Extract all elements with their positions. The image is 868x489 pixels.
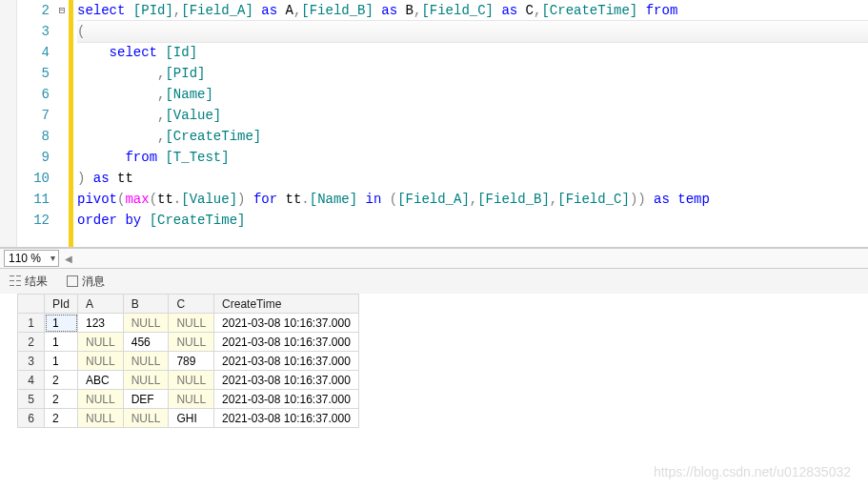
cell[interactable]: NULL [123,314,169,333]
line-number: 8 [17,126,50,147]
code-area[interactable]: select [PId],[Field_A] as A,[Field_B] as… [73,0,868,247]
row-number-cell[interactable]: 5 [18,390,45,409]
cell[interactable]: 123 [78,314,124,333]
result-tabs: 结果 消息 [0,269,868,294]
code-line[interactable]: pivot(max(tt.[Value]) for tt.[Name] in (… [77,189,868,210]
code-line[interactable]: ,[Name] [77,84,868,105]
code-line[interactable]: ( [77,20,868,43]
cell[interactable]: NULL [123,409,169,428]
row-number-header[interactable] [18,295,45,314]
cell[interactable]: DEF [123,390,169,409]
line-number: 4 [17,42,50,63]
cell[interactable]: NULL [78,409,124,428]
zoom-level-select[interactable]: 110 % [4,250,59,267]
cell[interactable]: 2021-03-08 10:16:37.000 [214,314,359,333]
code-line[interactable]: select [PId],[Field_A] as A,[Field_B] as… [77,0,868,21]
cell[interactable]: ABC [78,371,124,390]
row-number-cell[interactable]: 4 [18,371,45,390]
grid-icon [10,275,21,287]
cell[interactable]: 1 [45,333,78,352]
line-number: 2 [17,0,50,21]
sql-editor[interactable]: 23456789101112 ⊟ select [PId],[Field_A] … [0,0,868,248]
code-line[interactable]: ,[CreateTime] [77,126,868,147]
line-number: 3 [17,21,50,42]
results-grid[interactable]: PIdABCCreateTime11123NULLNULL2021-03-08 … [17,294,359,428]
nav-back-icon[interactable]: ◀ [65,254,72,264]
table-row[interactable]: 62NULLNULLGHI2021-03-08 10:16:37.000 [18,409,359,428]
code-line[interactable]: select [Id] [77,42,868,63]
line-number: 5 [17,63,50,84]
table-row[interactable]: 42ABCNULLNULL2021-03-08 10:16:37.000 [18,371,359,390]
cell[interactable]: NULL [78,352,124,371]
cell[interactable]: 2021-03-08 10:16:37.000 [214,352,359,371]
zoom-value: 110 % [9,252,41,265]
tab-results[interactable]: 结果 [4,272,53,292]
code-line[interactable]: ,[PId] [77,63,868,84]
watermark: https://blog.csdn.net/u012835032 [654,464,851,479]
cell[interactable]: NULL [78,333,124,352]
tab-messages-label: 消息 [82,274,105,290]
column-header[interactable]: PId [45,295,78,314]
cell[interactable]: GHI [169,409,214,428]
code-line[interactable]: from [T_Test] [77,147,868,168]
cell[interactable]: 2021-03-08 10:16:37.000 [214,409,359,428]
fold-toggle-icon[interactable]: ⊟ [55,0,69,21]
line-number: 6 [17,84,50,105]
code-line[interactable]: ,[Value] [77,105,868,126]
editor-margin [0,0,17,247]
line-number: 9 [17,147,50,168]
line-number: 11 [17,189,50,210]
table-row[interactable]: 52NULLDEFNULL2021-03-08 10:16:37.000 [18,390,359,409]
results-panel: PIdABCCreateTime11123NULLNULL2021-03-08 … [0,294,868,428]
cell[interactable]: NULL [169,333,214,352]
line-number: 7 [17,105,50,126]
column-header[interactable]: A [78,295,124,314]
cell[interactable]: 2021-03-08 10:16:37.000 [214,333,359,352]
row-number-cell[interactable]: 3 [18,352,45,371]
cell[interactable]: 2 [45,371,78,390]
results-grid-wrap[interactable]: PIdABCCreateTime11123NULLNULL2021-03-08 … [17,294,868,428]
code-line[interactable]: ) as tt [77,168,868,189]
column-header[interactable]: CreateTime [214,295,359,314]
line-number-gutter: 23456789101112 [17,0,55,247]
messages-icon [67,275,78,287]
code-fold-column[interactable]: ⊟ [55,0,69,247]
cell[interactable]: NULL [123,371,169,390]
row-number-cell[interactable]: 2 [18,333,45,352]
line-number: 12 [17,210,50,231]
tab-results-label: 结果 [25,274,48,290]
cell[interactable]: 2021-03-08 10:16:37.000 [214,390,359,409]
cell[interactable]: 2021-03-08 10:16:37.000 [214,371,359,390]
column-header[interactable]: B [123,295,169,314]
row-number-cell[interactable]: 1 [18,314,45,333]
cell[interactable]: NULL [169,371,214,390]
row-number-cell[interactable]: 6 [18,409,45,428]
line-number: 10 [17,168,50,189]
cell[interactable]: 2 [45,409,78,428]
cell[interactable]: NULL [78,390,124,409]
tab-messages[interactable]: 消息 [61,272,111,292]
table-row[interactable]: 21NULL456NULL2021-03-08 10:16:37.000 [18,333,359,352]
column-header[interactable]: C [169,295,214,314]
cell[interactable]: 456 [123,333,169,352]
table-row[interactable]: 31NULLNULL7892021-03-08 10:16:37.000 [18,352,359,371]
zoom-toolbar: 110 % ◀ [0,248,868,269]
cell[interactable]: 1 [45,314,78,333]
cell[interactable]: NULL [169,390,214,409]
cell[interactable]: 2 [45,390,78,409]
cell[interactable]: NULL [123,352,169,371]
cell[interactable]: NULL [169,314,214,333]
cell[interactable]: 1 [45,352,78,371]
code-line[interactable]: order by [CreateTime] [77,210,868,231]
table-row[interactable]: 11123NULLNULL2021-03-08 10:16:37.000 [18,314,359,333]
cell[interactable]: 789 [169,352,214,371]
